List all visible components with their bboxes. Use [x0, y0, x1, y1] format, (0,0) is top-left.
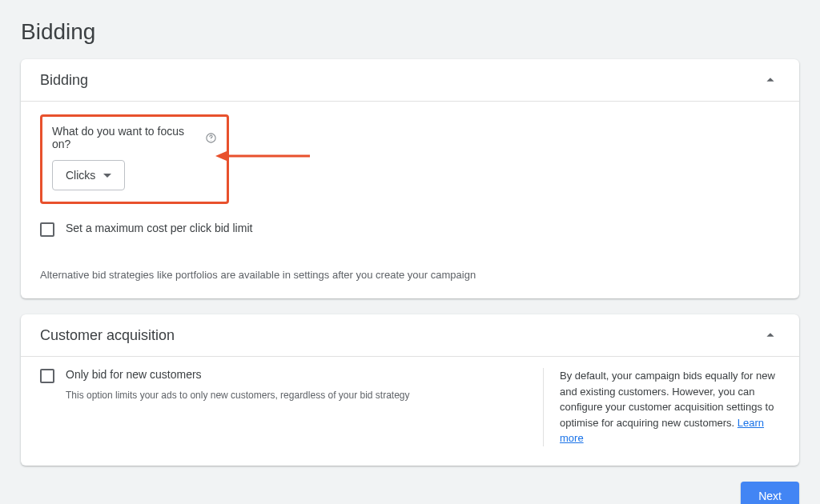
chevron-up-icon — [761, 70, 780, 90]
customer-acquisition-header[interactable]: Customer acquisition — [21, 314, 799, 357]
customer-acquisition-info: By default, your campaign bids equally f… — [543, 368, 780, 446]
focus-label: What do you want to focus on? — [52, 125, 200, 150]
only-new-label: Only bid for new customers — [66, 368, 202, 381]
focus-select[interactable]: Clicks — [52, 160, 125, 190]
next-button[interactable]: Next — [741, 482, 799, 505]
focus-label-row: What do you want to focus on? — [52, 125, 217, 150]
dropdown-triangle-icon — [103, 174, 111, 178]
customer-acquisition-left: Only bid for new customers This option l… — [40, 368, 543, 446]
chevron-up-icon — [761, 326, 780, 345]
max-cpc-label: Set a maximum cost per click bid limit — [66, 222, 252, 234]
customer-acquisition-card: Customer acquisition Only bid for new cu… — [21, 314, 799, 466]
footer-actions: Next — [21, 482, 799, 505]
annotation-arrow-icon — [215, 148, 312, 164]
bidding-card-header[interactable]: Bidding — [21, 59, 799, 102]
bidding-card-body: What do you want to focus on? Clicks Set… — [21, 102, 799, 298]
help-icon[interactable] — [205, 132, 217, 144]
focus-highlight-box: What do you want to focus on? Clicks — [40, 114, 229, 204]
focus-select-value: Clicks — [66, 169, 95, 182]
bidding-card-title: Bidding — [40, 72, 88, 89]
only-new-desc: This option limits your ads to only new … — [66, 390, 527, 401]
svg-point-1 — [211, 139, 211, 140]
page-title: Bidding — [21, 19, 799, 45]
only-new-checkbox[interactable] — [40, 369, 54, 383]
customer-acquisition-title: Customer acquisition — [40, 327, 175, 344]
customer-acquisition-body: Only bid for new customers This option l… — [21, 357, 799, 466]
only-new-checkbox-row[interactable]: Only bid for new customers — [40, 368, 527, 383]
bidding-card: Bidding What do you want to focus on? Cl… — [21, 59, 799, 298]
max-cpc-checkbox-row[interactable]: Set a maximum cost per click bid limit — [40, 222, 780, 237]
max-cpc-checkbox[interactable] — [40, 222, 54, 237]
alt-strategies-hint: Alternative bid strategies like portfoli… — [40, 269, 780, 281]
